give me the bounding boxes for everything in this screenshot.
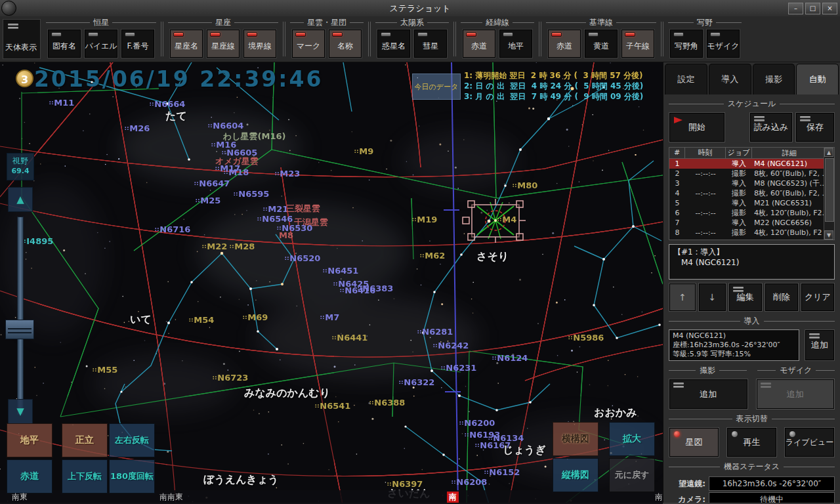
maximize-button[interactable]: □ [805,3,820,14]
delete-button[interactable]: 削除 [765,283,799,312]
composition-landscape-frame-button[interactable]: 横構図 [553,422,598,456]
toolbar-toggle-solar-system-comet[interactable]: 彗星 [413,29,448,58]
intro-section-header: 導入 [669,316,835,327]
schedule-row-4[interactable]: 4--:--:--撮影8枚, 60″(Bulb), F2, … [669,188,826,198]
indicator-on-icon [466,32,476,37]
schedule-row-7[interactable]: 7導入M22 (NGC6656) [669,218,826,228]
composition-portrait-frame-button[interactable]: 縦構図 [553,458,598,492]
indicator-off-icon [88,32,98,37]
dso-marker-icon: ∷ [399,379,402,386]
toolbar-toggle-nebula-cluster-name[interactable]: 名称 [328,29,362,58]
toolbar-group-solar-system: 太陽系惑星名彗星 [373,16,452,62]
display-star-chart-button[interactable]: 星図 [669,427,719,457]
clear-button[interactable]: クリア [801,283,835,312]
toolbar-toggle-nebula-cluster-mark[interactable]: マーク [291,29,326,58]
toolbar-toggle-stars-bayer[interactable]: バイエル [84,29,118,58]
toolbar-toggle-stars-flamsteed[interactable]: F.番号 [121,29,155,58]
dso-marker-icon: ∷ [196,198,199,204]
menu-bars-icon [8,24,18,29]
orientation-flip-vertical-button[interactable]: 上下反転 [62,459,108,494]
fov-value: 69.4 [7,167,33,175]
orientation-equatorial-button[interactable]: 赤道 [7,459,52,494]
schedule-section-header: スケジュール [669,98,835,110]
toolbar-toggle-reference-lines-ecliptic[interactable]: 黄道 [584,29,618,58]
toolbar-group-separator [161,22,163,56]
tab-capture[interactable]: 撮影 [753,64,795,94]
orientation-flip-horizontal-button[interactable]: 左右反転 [109,423,155,457]
edit-button[interactable]: 編集 [728,283,763,312]
toolbar-toggle-reference-lines-equator[interactable]: 赤道 [547,29,581,58]
schedule-table-header: #時刻ジョブ詳細 [669,148,826,159]
orientation-horizon-button[interactable]: 地平 [7,423,52,457]
add-goto-button[interactable]: 追加 [805,329,835,361]
menu-bars-icon [673,383,684,388]
capture-mosaic-buttons: 追加 追加 [663,379,840,410]
toolbar-toggle-constellation-boundary[interactable]: 境界線 [243,29,277,58]
indicator-on-icon [625,32,635,37]
orientation-upright-button[interactable]: 正立 [62,423,108,457]
zoom-down-button[interactable]: ▼ [8,399,33,424]
schedule-table[interactable]: #時刻ジョブ詳細1導入M4 (NGC6121)2--:--:--撮影8枚, 60… [669,147,835,240]
add-capture-button[interactable]: 追加 [669,379,748,410]
star-map[interactable]: ∷M11∷N6664たて∷M26∷N6604わし星雲(M16)∷M16∷N660… [0,62,663,504]
display-playback-button[interactable]: 再生 [726,427,777,457]
dso-marker-icon: ∷ [234,191,237,198]
display-section-header: 表示切替 [669,413,835,425]
tab-auto[interactable]: 自動 [796,64,839,94]
sky-label-N6604: ∷N6604 [208,121,243,131]
start-button[interactable]: 開始 [669,112,725,142]
move-up-button[interactable]: ↑ [669,283,696,312]
toolbar-toggle-coord-lines-horizon[interactable]: 地平 [499,29,533,58]
sky-label-さそり: さそり [476,250,509,264]
toolbar-toggle-coord-lines-equator[interactable]: 赤道 [462,29,496,58]
schedule-row-3[interactable]: 3導入M8 (NGC6523) (干… [669,178,826,188]
dso-marker-icon: ∷ [224,169,227,176]
toolbar-toggle-stars-proper-name[interactable]: 固有名 [47,29,81,58]
sky-label-N6281: ∷N6281 [417,327,453,337]
toolbar-toggle-constellation-const-name[interactable]: 星座名 [169,29,203,58]
step-badge: 3 [16,70,33,87]
schedule-row-2[interactable]: 2--:--:--撮影8枚, 60″(Bulb), F2, … [669,169,826,178]
scroll-down-icon[interactable]: ▼ [824,230,833,240]
toolbar-toggle-field-of-view-fov-angle[interactable]: 写野角 [669,29,704,58]
edit-buttons: ↑ ↓ 編集 削除 クリア [663,280,840,312]
load-button[interactable]: 読み込み [749,112,793,142]
tab-goto[interactable]: 導入 [709,64,751,94]
composition-zoom-in-button[interactable]: 拡大 [609,422,655,456]
schedule-row-5[interactable]: 5導入M21 (NGC6531) [669,198,826,208]
schedule-row-8[interactable]: 8--:--:--撮影4枚, 120″(Bulb), F2 [669,228,826,238]
sky-label-I4895: ∷I4895 [22,236,53,246]
scrollbar-thumb[interactable] [825,158,834,222]
move-down-button[interactable]: ↓ [698,283,726,312]
toolbar-toggle-reference-lines-meridian[interactable]: 子午線 [621,29,655,58]
flag-icon [674,117,682,123]
minimize-button[interactable]: – [788,3,803,14]
tab-settings[interactable]: 設定 [665,64,707,94]
indicator-on-icon [210,32,220,37]
sky-label-M4: ∷M4 [497,215,516,224]
scroll-up-icon[interactable]: ▲ [824,148,833,157]
table-scrollbar[interactable]: ▲ ▼ [824,148,834,240]
today-data-button[interactable]: 今日のデータ [412,74,461,100]
orientation-rotate-180-button[interactable]: 180度回転 [109,459,155,494]
toolbar-toggle-solar-system-planet-name[interactable]: 惑星名 [377,29,411,58]
fov-slider-track[interactable] [17,217,24,415]
display-live-view-button[interactable]: ライブビュー [784,427,835,457]
close-button[interactable]: × [822,3,837,14]
schedule-table-body: #時刻ジョブ詳細1導入M4 (NGC6121)2--:--:--撮影8枚, 60… [669,148,834,238]
toolbar-toggle-field-of-view-mosaic[interactable]: モザイク [706,29,740,58]
fov-slider-handle[interactable] [5,320,34,339]
celestial-display-button[interactable]: 天体表示 [3,19,41,59]
dso-marker-icon: ∷ [475,442,478,449]
sky-label-三裂星雲: 三裂星雲 [286,203,320,215]
dso-marker-icon: ∷ [513,182,516,189]
toolbar-group-coord-lines: 経緯線赤道地平 [458,16,537,62]
zoom-up-button[interactable]: ▲ [8,187,33,212]
composition-reset-view-button[interactable]: 元に戻す [609,458,655,492]
toolbar-toggle-constellation-const-line[interactable]: 星座線 [206,29,240,58]
schedule-row-1[interactable]: 1導入M4 (NGC6121) [669,159,826,169]
sky-label-M7: ∷M7 [320,312,339,322]
save-button[interactable]: 保存 [795,112,835,142]
schedule-row-6[interactable]: 6--:--:--撮影4枚, 120″(Bulb), F2… [669,208,826,218]
toolbar-group-label-coord-lines: 経緯線 [461,18,534,28]
